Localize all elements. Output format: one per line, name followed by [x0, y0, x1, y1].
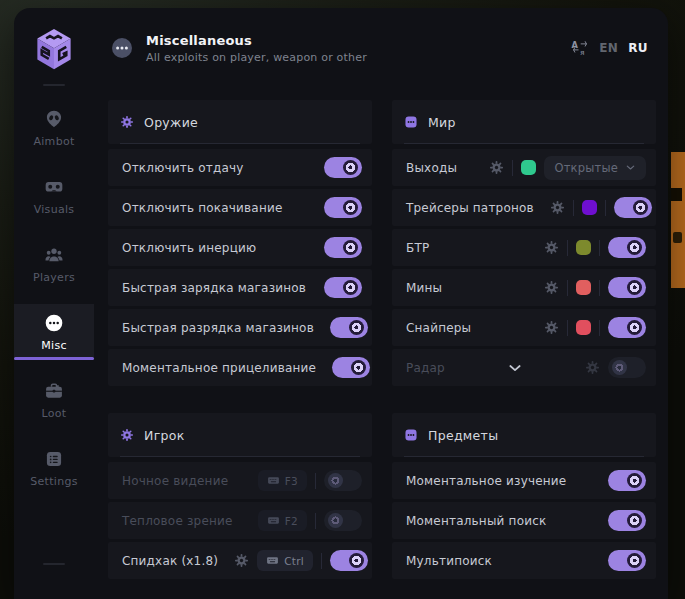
divider — [599, 240, 600, 256]
exits-dropdown[interactable]: Открытые — [544, 156, 646, 180]
toggle-row: Трейсеры патронов — [392, 189, 656, 226]
toggle-fast-magazine-unload[interactable] — [330, 317, 368, 338]
app-logo-cube-icon — [33, 26, 75, 72]
row-label: Моментальный поиск — [406, 514, 546, 528]
toggle-row: Снайперы — [392, 309, 656, 346]
color-swatch[interactable] — [576, 240, 591, 255]
row-label: Быстрая разрядка магазинов — [122, 321, 314, 335]
sidebar-item-misc[interactable]: Misc — [14, 304, 94, 360]
left-column: Оружие Отключить отдачу Отключить покачи… — [108, 100, 372, 599]
toggle-row: Моментальное изучение — [392, 462, 656, 499]
toggle-radar[interactable] — [608, 357, 646, 378]
divider — [567, 240, 568, 256]
section-title: Оружие — [144, 115, 198, 130]
hotkey-label: F2 — [285, 515, 298, 527]
toggle-bullet-tracers[interactable] — [614, 197, 652, 218]
list-icon — [44, 449, 64, 469]
section-title: Игрок — [144, 428, 185, 443]
row-label: Трейсеры патронов — [406, 201, 534, 215]
row-label: Отключить покачивание — [122, 201, 283, 215]
language-option-ru[interactable]: RU — [628, 41, 648, 55]
sidebar-item-label: Loot — [42, 407, 67, 420]
row-label: Моментальное изучение — [406, 474, 566, 488]
section-weapon: Оружие Отключить отдачу Отключить покачи… — [108, 100, 372, 389]
sidebar-divider-top — [43, 84, 65, 86]
sidebar-nav: Aimbot Visuals Players Misc Loot — [14, 100, 94, 508]
color-swatch[interactable] — [576, 320, 591, 335]
toggle-row: Быстрая зарядка магазинов — [108, 269, 372, 306]
sidebar-item-players[interactable]: Players — [14, 236, 94, 292]
toggle-disable-recoil[interactable] — [324, 157, 362, 178]
gear-icon — [120, 428, 134, 442]
chat-square-icon — [404, 115, 418, 129]
chevron-down-icon[interactable] — [507, 360, 523, 376]
toggle-night-vision[interactable] — [324, 470, 362, 491]
toggle-row: Отключить инерцию — [108, 229, 372, 266]
toggle-multisearch[interactable] — [608, 550, 646, 571]
toggle-fast-magazine-load[interactable] — [324, 277, 362, 298]
content-area: Оружие Отключить отдачу Отключить покачи… — [94, 88, 668, 599]
gear-icon[interactable] — [544, 280, 559, 295]
toggle-mines[interactable] — [608, 277, 646, 298]
toggle-row: БТР — [392, 229, 656, 266]
page-subtitle: All exploits on player, weapon or other — [146, 51, 367, 64]
translate-icon[interactable]: Aя — [571, 39, 589, 57]
toggle-instant-search[interactable] — [608, 510, 646, 531]
keyboard-icon — [267, 474, 280, 487]
hotkey-badge[interactable]: F2 — [258, 510, 307, 531]
toggle-btr[interactable] — [608, 237, 646, 258]
row-label: Ночное видение — [122, 474, 228, 488]
app-window: Aimbot Visuals Players Misc Loot — [14, 8, 668, 599]
sidebar-item-label: Players — [33, 271, 75, 284]
gear-icon[interactable] — [585, 360, 600, 375]
toggle-row: Быстрая разрядка магазинов — [108, 309, 372, 346]
row-label: БТР — [406, 241, 429, 255]
toggle-row: Ночное видение F3 — [108, 462, 372, 499]
gear-icon[interactable] — [234, 553, 249, 568]
gear-icon[interactable] — [544, 320, 559, 335]
gear-icon[interactable] — [544, 240, 559, 255]
color-swatch[interactable] — [582, 200, 597, 215]
row-label: Радар — [406, 361, 445, 375]
ellipsis-circle-icon — [110, 36, 134, 60]
section-header-world: Мир — [392, 100, 656, 144]
page-title: Miscellaneous — [146, 33, 367, 48]
toggle-speedhack[interactable] — [330, 550, 368, 571]
section-title: Предметы — [428, 428, 498, 443]
gear-icon[interactable] — [489, 160, 504, 175]
toggle-row: Моментальное прицеливание — [108, 349, 372, 386]
keyboard-icon — [266, 554, 279, 567]
hotkey-badge[interactable]: Ctrl — [257, 550, 313, 571]
divider — [599, 320, 600, 336]
sidebar-item-loot[interactable]: Loot — [14, 372, 94, 428]
color-swatch[interactable] — [576, 280, 591, 295]
toggle-snipers[interactable] — [608, 317, 646, 338]
toggle-instant-aim[interactable] — [332, 357, 370, 378]
divider — [321, 553, 322, 569]
sidebar-item-settings[interactable]: Settings — [14, 440, 94, 496]
toggle-row: Выходы Открытые — [392, 149, 656, 186]
toggle-disable-sway[interactable] — [324, 197, 362, 218]
language-option-en[interactable]: EN — [599, 41, 618, 55]
color-swatch[interactable] — [521, 160, 536, 175]
section-player: Игрок Ночное видение F3 — [108, 413, 372, 582]
toggle-disable-inertia[interactable] — [324, 237, 362, 258]
gear-icon[interactable] — [550, 200, 565, 215]
hotkey-label: Ctrl — [284, 555, 304, 567]
section-title: Мир — [428, 115, 456, 130]
section-world: Мир Выходы Открытые — [392, 100, 656, 389]
svg-text:я: я — [580, 48, 585, 57]
hotkey-badge[interactable]: F3 — [258, 470, 307, 491]
toggle-instant-research[interactable] — [608, 470, 646, 491]
sidebar-item-visuals[interactable]: Visuals — [14, 168, 94, 224]
section-header-player: Игрок — [108, 413, 372, 457]
row-label: Тепловое зрение — [122, 514, 233, 528]
toggle-thermal-vision[interactable] — [324, 510, 362, 531]
toggle-row: Отключить покачивание — [108, 189, 372, 226]
divider — [315, 473, 316, 489]
sidebar: Aimbot Visuals Players Misc Loot — [14, 8, 94, 599]
dropdown-value: Открытые — [554, 161, 618, 175]
divider — [599, 280, 600, 296]
sidebar-item-aimbot[interactable]: Aimbot — [14, 100, 94, 156]
divider — [567, 280, 568, 296]
